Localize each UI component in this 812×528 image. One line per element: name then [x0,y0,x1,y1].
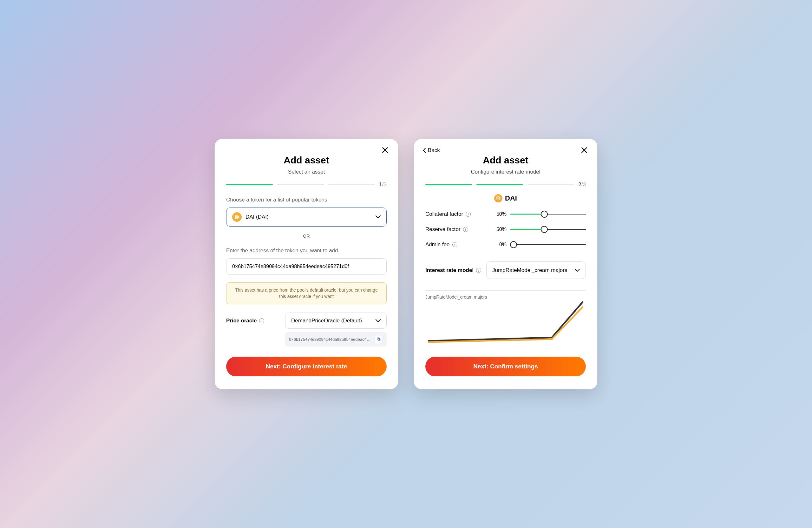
oracle-address: 0×6b175474e89094c44da98b954eedeac4952 [289,337,372,342]
info-icon[interactable]: i [466,212,471,217]
reserve-factor-slider[interactable] [510,226,586,233]
chevron-down-icon [575,267,580,273]
info-icon[interactable]: i [452,242,458,247]
interest-rate-chart: JumpRateModel_cream majors [425,290,586,346]
interest-rate-model-value: JumpRateModel_cream majors [492,267,567,273]
collateral-factor-slider[interactable] [510,211,586,218]
next-confirm-settings-button[interactable]: Next: Confirm settings [425,357,586,376]
token-select-value: DAI (DAI) [246,214,372,220]
add-asset-step2-modal: Back Add asset Configure interest rate m… [414,139,598,389]
token-address-input[interactable] [226,258,387,275]
copy-icon[interactable] [375,335,383,343]
slider-thumb[interactable] [541,211,548,218]
oracle-notice: This asset has a price from the pool's d… [226,282,387,304]
dai-token-icon [232,212,242,222]
collateral-factor-label: Collateral factor i [425,211,489,217]
step-current: 1 [379,182,382,187]
chart-title: JumpRateModel_cream majors [425,295,586,300]
step-current: 2 [578,182,581,187]
chevron-down-icon [376,214,381,220]
progress-segment-2 [476,184,523,185]
admin-fee-value: 0% [493,242,507,247]
info-icon[interactable]: i [463,227,468,232]
progress-text: 1/3 [379,182,387,188]
choose-token-label: Choose a token for a list of popular tok… [226,197,387,203]
back-label: Back [428,147,440,154]
progress-segment-1 [425,184,472,185]
svg-rect-0 [378,339,380,341]
progress-bar: 2/3 [425,182,586,188]
interest-rate-model-select[interactable]: JumpRateModel_cream majors [486,261,586,279]
modal-title: Add asset [226,155,387,166]
price-oracle-select[interactable]: DemandPriceOracle (Default) [285,313,387,329]
info-icon[interactable]: i [259,318,264,323]
interest-rate-model-label: Interest rate model i [425,267,481,273]
modal-subtitle: Configure interest rate model [425,169,586,175]
close-icon[interactable] [580,146,589,156]
price-oracle-value: DemandPriceOracle (Default) [291,318,362,324]
close-icon[interactable] [381,146,389,156]
collateral-factor-value: 50% [493,211,507,217]
oracle-address-box: 0×6b175474e89094c44da98b954eedeac4952 [285,332,387,346]
interest-rate-chart-area [425,301,586,345]
back-button[interactable]: Back [423,147,440,154]
reserve-factor-label: Reserve factor i [425,226,489,232]
modal-subtitle: Select an asset [226,169,387,175]
step-total: /3 [382,182,387,187]
token-select[interactable]: DAI (DAI) [226,208,387,227]
token-header: DAI [425,194,586,202]
price-oracle-label: Price oracle i [226,318,280,324]
token-symbol: DAI [505,194,517,202]
or-divider: OR [226,233,387,239]
step-total: /3 [581,182,586,187]
progress-segment-1 [226,184,273,185]
address-input-label: Enter the address of the token you want … [226,247,387,254]
add-asset-step1-modal: Add asset Select an asset 1/3 Choose a t… [214,139,398,389]
next-configure-interest-button[interactable]: Next: Configure interest rate [226,357,387,376]
progress-segment-3 [527,184,574,185]
modal-title: Add asset [425,155,586,166]
progress-bar: 1/3 [226,182,387,188]
slider-thumb[interactable] [510,241,517,248]
info-icon[interactable]: i [476,268,481,273]
progress-segment-3 [328,184,375,185]
progress-segment-2 [277,184,324,185]
or-text: OR [303,233,310,239]
slider-thumb[interactable] [541,226,548,233]
progress-text: 2/3 [578,182,586,188]
admin-fee-label: Admin fee i [425,241,489,248]
dai-token-icon [494,194,503,202]
admin-fee-slider[interactable] [510,241,586,248]
reserve-factor-value: 50% [493,227,507,232]
svg-rect-1 [377,338,379,340]
chevron-down-icon [376,317,381,324]
